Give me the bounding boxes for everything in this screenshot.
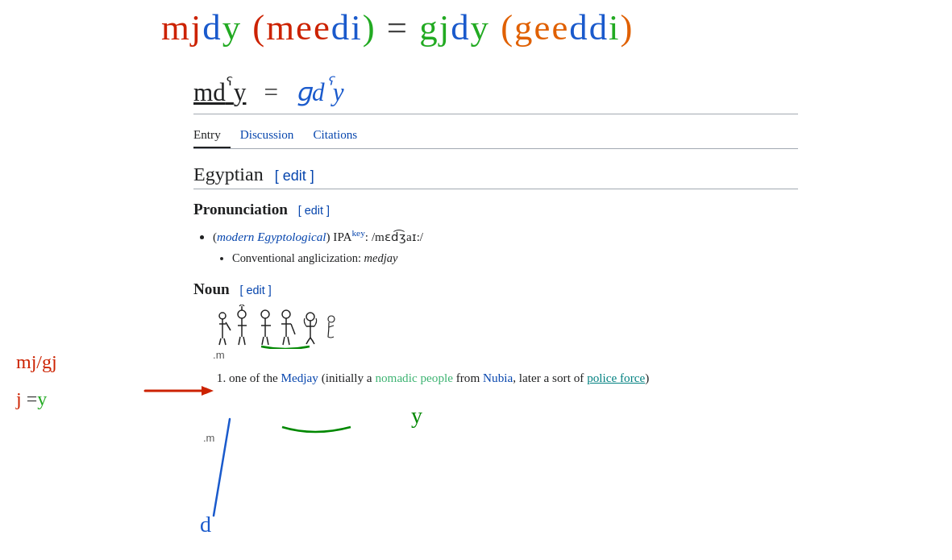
- pronunciation-edit-anchor[interactable]: edit: [298, 204, 330, 217]
- hieroglyph-container: .m: [213, 305, 342, 361]
- side-left-annotation: mj/gj j =y: [16, 346, 57, 415]
- ipa-label: IPA: [333, 230, 351, 243]
- svg-point-17: [282, 310, 290, 318]
- def-text-5: ): [645, 371, 649, 384]
- pronunciation-heading: Pronunciation edit: [193, 201, 798, 218]
- hw-gj-green: gj: [419, 7, 451, 48]
- blue-d-annotation: d: [200, 419, 230, 537]
- noun-entry-block: .m one of the Medjay (initially a nomadi…: [213, 305, 798, 388]
- noun-edit-anchor[interactable]: edit: [240, 284, 272, 297]
- pronunciation-sublist: Conventional anglicization: medjay: [232, 248, 798, 269]
- svg-point-1: [219, 313, 226, 319]
- medjay-italic: medjay: [364, 251, 398, 264]
- page-container: mjdy (meedi) = gjdy (geeddi) mj/gj j =y …: [0, 0, 952, 560]
- svg-point-23: [306, 313, 314, 321]
- title-alt: ɡdˁy: [296, 73, 343, 107]
- entry-title-line: mdˁy = ɡdˁy: [193, 73, 798, 114]
- pron-close-paren: ): [326, 230, 330, 243]
- svg-point-6: [238, 310, 246, 318]
- nomadic-people-link[interactable]: nomadic people: [375, 371, 453, 384]
- noun-section: Noun edit: [193, 280, 798, 388]
- wiki-content: mdˁy = ɡdˁy Entry Discussion Citations E…: [193, 73, 798, 388]
- top-handwrite-annotation: mjdy (meedi) = gjdy (geeddi): [161, 6, 634, 48]
- annotation-d-text: d: [200, 512, 211, 537]
- svg-line-10: [243, 337, 245, 345]
- hw-close-paren2: ): [621, 7, 634, 48]
- pronunciation-item-1: (modern Egyptological) IPAkey: /mɛd͡ʒaɪ:…: [213, 225, 798, 268]
- noun-heading: Noun edit: [193, 280, 798, 298]
- svg-line-4: [224, 338, 226, 345]
- tab-bar: Entry Discussion Citations: [193, 124, 798, 149]
- annotation-m-text: .m: [203, 432, 214, 444]
- hw-i2-green: i: [609, 7, 620, 48]
- noun-heading-text: Noun: [193, 280, 230, 297]
- hw-mee-red: mee: [266, 7, 331, 48]
- ipa-key-sup: key: [351, 228, 364, 238]
- egyptian-edit-anchor[interactable]: edit: [275, 168, 314, 184]
- svg-line-27: [329, 326, 334, 327]
- definition-item-1: one of the Medjay (initially a nomadic p…: [229, 368, 798, 388]
- def-text-2: (initially a: [318, 371, 375, 384]
- svg-line-20: [283, 337, 285, 345]
- side-mj-gj: mj/gj: [16, 346, 57, 377]
- hw-y-green: y: [222, 7, 242, 48]
- hw-y2-green: y: [471, 7, 490, 48]
- def-text-3: from: [453, 371, 483, 384]
- medjay-link[interactable]: Medjay: [281, 371, 318, 384]
- hw-d2-blue: d: [451, 7, 470, 48]
- hw-di-blue: di: [331, 7, 363, 48]
- hw-open-paren: (: [252, 7, 266, 48]
- svg-line-15: [262, 337, 264, 345]
- noun-edit-link[interactable]: edit: [240, 284, 272, 297]
- pronunciation-heading-text: Pronunciation: [193, 201, 288, 218]
- police-force-link[interactable]: police force: [587, 371, 645, 384]
- hieroglyph-caption: .m: [213, 349, 342, 361]
- hw-open-paren2: (: [501, 7, 514, 48]
- ipa-value: : /mɛd͡ʒaɪ:/: [365, 230, 423, 243]
- ipa-key-link[interactable]: key: [351, 228, 364, 238]
- pronunciation-edit-link[interactable]: edit: [298, 204, 330, 217]
- nubia-link[interactable]: Nubia: [483, 371, 513, 384]
- conventional-text: Conventional anglicization:: [232, 251, 364, 264]
- svg-line-3: [219, 338, 221, 345]
- svg-line-9: [239, 337, 240, 345]
- side-j-equals-y: j =y: [16, 384, 57, 414]
- conventional-anglicization-item: Conventional anglicization: medjay: [232, 248, 798, 269]
- green-bracket-group: y: [282, 403, 422, 432]
- definition-list: one of the Medjay (initially a nomadic p…: [229, 368, 798, 388]
- modern-egyptological-link[interactable]: modern Egyptological: [217, 230, 326, 243]
- svg-line-21: [288, 337, 289, 345]
- egyptian-edit-link[interactable]: edit: [275, 168, 314, 184]
- title-equals: =: [264, 78, 278, 107]
- hw-mj-red: mj: [161, 7, 202, 48]
- egyptian-heading-text: Egyptian: [193, 164, 264, 185]
- svg-line-30: [214, 419, 230, 516]
- svg-line-16: [267, 337, 268, 345]
- page-title: mdˁy: [193, 73, 246, 107]
- tab-citations[interactable]: Citations: [313, 124, 367, 148]
- svg-line-5: [226, 322, 231, 330]
- hw-gee-orange: gee: [514, 7, 569, 48]
- tab-entry[interactable]: Entry: [193, 124, 231, 148]
- hw-i-green: ): [363, 7, 376, 48]
- tab-discussion[interactable]: Discussion: [240, 124, 304, 148]
- svg-line-22: [291, 324, 295, 334]
- svg-point-12: [261, 310, 269, 318]
- section-egyptian-heading: Egyptian edit: [193, 164, 798, 189]
- def-text-4: , later a sort of: [513, 371, 587, 384]
- hw-equals-top: =: [387, 7, 409, 48]
- hw-dd-blue: dd: [569, 7, 609, 48]
- pronunciation-list: (modern Egyptological) IPAkey: /mɛd͡ʒaɪ:…: [213, 225, 798, 268]
- annotation-y-text: y: [411, 403, 422, 428]
- hw-d-blue: d: [202, 7, 222, 48]
- def-text-1: one of the: [229, 371, 281, 384]
- hieroglyph-svg: [213, 305, 342, 349]
- svg-point-26: [328, 316, 335, 322]
